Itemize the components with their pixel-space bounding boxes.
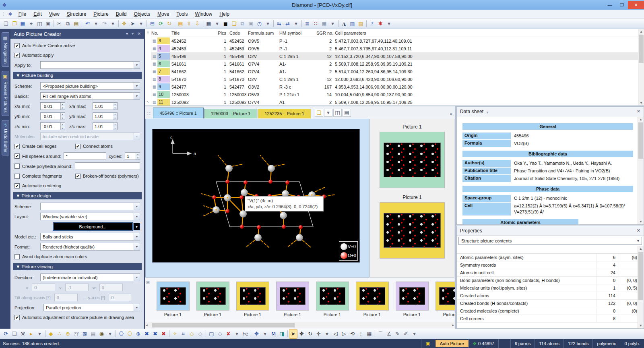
scroll-up-icon[interactable]: ▲	[640, 30, 643, 33]
new-picture-icon[interactable]: ❏	[230, 19, 238, 28]
basics-combo[interactable]: Fill cell range with atoms▼	[40, 92, 140, 100]
gallery-thumbnail[interactable]: Picture 1	[432, 282, 455, 319]
tabbar-grip[interactable]: ∷	[146, 111, 153, 118]
property-row[interactable]: Symmetry records4	[457, 261, 644, 269]
background-button[interactable]: Background...	[53, 223, 132, 230]
model-combo[interactable]: Balls and sticks▼	[40, 233, 140, 240]
column-header-pics[interactable]: Pics	[214, 31, 228, 35]
property-row[interactable]: Created atoms114	[457, 292, 644, 300]
mol-hex2-icon[interactable]: ◇	[196, 329, 204, 338]
sidebar-tab-recent-pictures[interactable]: ▣Recent Pictures	[2, 71, 9, 116]
data-sheet-scrollbar[interactable]: ▲ ▼	[638, 117, 644, 224]
history-icon[interactable]: ◷	[255, 19, 264, 28]
picture-preview[interactable]: Picture 1	[380, 195, 445, 259]
table-row[interactable]: ▦95424771542477O3V2R -3 c1674.953,4.953,…	[151, 83, 644, 91]
add-atoms-icon[interactable]: ∴	[55, 329, 64, 338]
history-arrow-icon[interactable]: ▾	[264, 19, 272, 28]
cut-icon[interactable]: ✂	[55, 19, 64, 28]
close-button[interactable]: ✕	[628, 1, 644, 9]
ruler-icon[interactable]: ⌒	[376, 329, 385, 338]
parms-field[interactable]: 6 parms	[510, 339, 535, 348]
menu-tools[interactable]: Tools	[173, 10, 191, 18]
histogram-icon[interactable]: ◮	[340, 19, 348, 28]
gallery-thumbnail[interactable]: Picture 1	[153, 282, 193, 319]
chevron-down-icon[interactable]: ▼	[134, 203, 140, 210]
edit-window-icon[interactable]: ❏	[10, 329, 19, 338]
table-row[interactable]: ▦34524521452452O9V5P -125.472,7.003,8.72…	[151, 37, 644, 45]
help-icon[interactable]: ?	[368, 19, 376, 28]
yb-min-input[interactable]: ▲▼	[40, 112, 65, 120]
table-row[interactable]: ▦54554961455496O2VC 1 2/m 11212.152,3.72…	[151, 52, 644, 60]
sidebar-tab-undo-buffer[interactable]: ↶Undo Buffer	[2, 120, 9, 156]
menu-move[interactable]: Move	[154, 10, 173, 18]
menu-window[interactable]: Window	[191, 10, 216, 18]
column-header-cell-parameters[interactable]: Cell parameters	[333, 31, 644, 35]
polymeric-field[interactable]: polymeric	[592, 339, 620, 348]
property-row[interactable]: Cell corners8	[457, 315, 644, 323]
copy-picture-icon[interactable]: ⧉	[238, 19, 247, 28]
menu-objects[interactable]: Objects	[130, 10, 154, 18]
print-preview-icon[interactable]: ◫	[35, 19, 44, 28]
spin-tool-icon[interactable]: ⟲	[348, 329, 357, 338]
lattice1-icon[interactable]: ✖	[142, 329, 151, 338]
scroll-down-icon[interactable]: ▼	[639, 324, 642, 327]
fe-atom-icon[interactable]: Fe	[241, 329, 250, 338]
properties-filter-combo[interactable]: Structure picture contents ▼	[458, 237, 642, 245]
column-header-sgr-no-[interactable]: SGR no.	[315, 31, 333, 35]
table-row[interactable]: ▦85416701541670O2VC 1 2/m 11212.030,3.69…	[151, 75, 644, 83]
property-row[interactable]: Atomic parameters (asym. sites)6(6)	[457, 254, 644, 261]
scroll-down-icon[interactable]: ▼	[639, 220, 642, 224]
delete-atoms-icon[interactable]: ⊠	[80, 329, 89, 338]
zc-max-input[interactable]: ▲▼	[93, 122, 118, 130]
scroll-up-icon[interactable]: ▲	[639, 118, 642, 121]
mol-bond-icon[interactable]: ✧	[171, 329, 179, 338]
tilt-left-icon[interactable]: ◁	[331, 329, 340, 338]
table-row[interactable]: ▦65416611541661O7V4A1-25.509,7.008,12.25…	[151, 60, 644, 68]
property-row[interactable]: Created molecules (complete)0(0)	[457, 307, 644, 315]
sidebar-tab-navigation[interactable]: ▦Navigation	[2, 32, 9, 67]
table-chart-icon[interactable]: ▧	[357, 19, 365, 28]
menu-view[interactable]: View	[45, 10, 63, 18]
filter-icon[interactable]: ▸	[27, 329, 35, 338]
bonds-field[interactable]: 122 bonds	[564, 339, 592, 348]
step-tool-icon[interactable]: ⋮	[357, 329, 365, 338]
clipboard-atoms-icon[interactable]: ▤	[89, 329, 97, 338]
chevron-down-icon[interactable]: ▼	[134, 304, 140, 311]
gallery-thumbnail[interactable]: Picture 1	[312, 282, 352, 319]
unknown-atoms-icon[interactable]: ⁇	[72, 329, 80, 338]
section-picture-building[interactable]: ▼ Picture building	[13, 72, 142, 79]
grid-arrow-icon[interactable]: ▾	[213, 19, 221, 28]
new-picture-tab-icon[interactable]: ❏	[315, 109, 323, 117]
format-combo[interactable]: Rendered (highest quality)▼	[40, 243, 140, 251]
tile-pictures-icon[interactable]: ◫	[333, 109, 342, 117]
list1-icon[interactable]: ≣	[303, 19, 312, 28]
save-icon[interactable]: ▦	[19, 19, 27, 28]
section-picture-viewing[interactable]: ▼ Picture viewing	[13, 263, 142, 270]
cycles-input[interactable]: ▲▼	[125, 152, 140, 160]
spacer-field[interactable]	[498, 339, 510, 348]
coordinate-field[interactable]: ✥0.44897	[469, 339, 498, 348]
data-sheet-close-icon[interactable]: ✕	[637, 109, 640, 114]
table-row[interactable]: ▦11125009211250092O7V4A1-25.509,7.008,12…	[151, 98, 644, 106]
add-atom-icon[interactable]: ◆	[47, 329, 55, 338]
menu-help[interactable]: Help	[216, 10, 233, 18]
history-pane-icon[interactable]: ↻	[165, 19, 173, 28]
destroy-icon[interactable]: ✘	[224, 329, 233, 338]
translate-tool-icon[interactable]: ✛	[314, 329, 323, 338]
list-arrow-icon[interactable]: ▾	[328, 19, 337, 28]
chevron-down-icon[interactable]: ▼	[134, 93, 140, 99]
hexagon-blue-icon[interactable]: ⎔	[117, 329, 126, 338]
update-icon[interactable]: ⟳	[2, 329, 10, 338]
section-picture-design[interactable]: ▼ Picture design	[13, 192, 142, 199]
scroll-up-icon[interactable]: ▲	[639, 247, 642, 251]
property-row[interactable]: Molecular units (mol./polym. sites)1(0, …	[457, 284, 644, 292]
chart-icon[interactable]: ▥	[348, 19, 357, 28]
add-bond-icon[interactable]: ⊕	[64, 329, 72, 338]
menu-build[interactable]: Build	[112, 10, 130, 18]
scroll-right-icon[interactable]: ▸	[452, 323, 454, 327]
auto-adjust-checkbox[interactable]: ✔	[14, 315, 20, 320]
refresh-pane-icon[interactable]: ⟳	[157, 19, 165, 28]
mode-icon-field[interactable]: ▣	[421, 339, 435, 348]
print-icon[interactable]: ▣	[44, 19, 52, 28]
apc-menu-icon[interactable]: ▾	[126, 31, 128, 36]
